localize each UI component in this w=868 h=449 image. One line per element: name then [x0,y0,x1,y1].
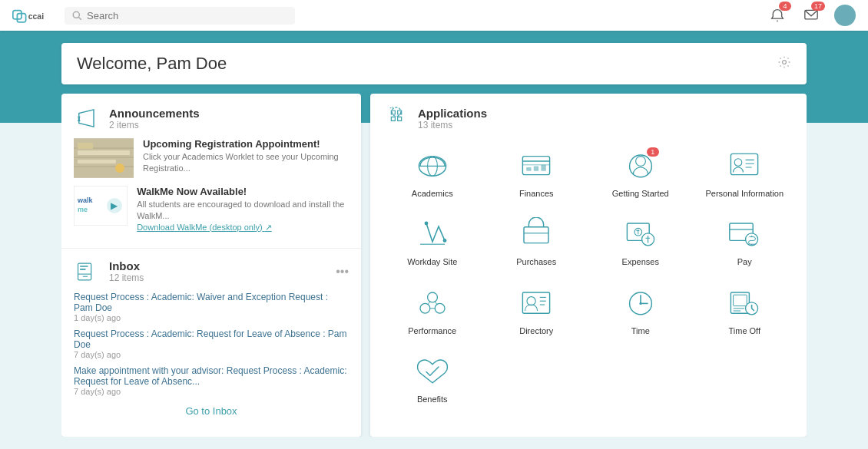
svg-marker-8 [79,110,94,127]
messages-button[interactable]: 17 [800,5,822,26]
goto-inbox-link[interactable]: Go to Inbox [185,405,237,417]
svg-point-47 [442,239,446,243]
app-time-off[interactable]: Time Off [695,280,795,341]
finances-label: Finances [519,188,554,199]
app-personal-information[interactable]: Personal Information [695,143,795,203]
inbox-item[interactable]: Request Process : Academic: Request for … [74,328,349,359]
navbar-icons: 4 17 [767,5,856,26]
applications-header: Applications 13 items [383,104,794,132]
pay-icon [724,216,764,253]
inbox-count: 12 items [109,272,144,283]
inbox-items: Request Process : Academic: Waiver and E… [74,292,349,396]
app-benefits[interactable]: Benefits [383,348,482,409]
inbox-menu-button[interactable]: ••• [336,265,349,279]
time-label: Time [631,325,650,336]
inbox-item-1-time: 1 day(s) ago [74,313,349,322]
directory-label: Directory [519,325,553,336]
academics-icon [412,147,452,184]
app-academics[interactable]: Academics [383,143,482,203]
announcements-section: Announcements 2 items [61,94,361,249]
avatar[interactable] [834,5,856,26]
svg-point-66 [527,296,535,305]
app-getting-started[interactable]: 1 Getting Started [591,143,691,203]
finances-icon [516,147,556,184]
svg-rect-27 [80,266,88,267]
svg-line-4 [79,17,81,19]
svg-rect-49 [524,227,548,243]
announcement-1-title: Upcoming Registration Appointment! [143,138,349,150]
svg-point-56 [746,233,758,246]
workday-site-label: Workday Site [407,256,457,267]
getting-started-badge: 1 [647,147,659,157]
svg-point-73 [639,302,641,304]
announcement-item[interactable]: Upcoming Registration Appointment! Click… [74,138,349,178]
inbox-item-3-title: Make appointment with your advisor: Requ… [74,365,349,387]
svg-point-61 [427,292,437,302]
svg-rect-65 [523,292,550,313]
search-input[interactable] [87,10,287,21]
app-purchases[interactable]: Purchases [487,211,587,272]
announcement-2-desc: All students are encouraged to download … [137,199,349,223]
left-panel: Announcements 2 items [61,94,361,437]
notifications-button[interactable]: 4 [767,5,788,26]
navbar: ccai 4 17 [0,0,868,31]
workday-site-icon [412,216,452,253]
app-workday-site[interactable]: Workday Site [383,211,482,272]
svg-text:walk: walk [77,196,94,204]
svg-line-62 [427,302,429,305]
walkme-link[interactable]: Download WalkMe (desktop only) ↗ [137,223,349,233]
expenses-label: Expenses [622,256,659,267]
svg-point-46 [424,222,428,226]
applications-count: 13 items [418,120,487,130]
announcement-thumb-2: walk me ▶ [74,186,128,226]
applications-grid: Academics Finances [383,143,794,409]
announcement-1-desc: Click your Academics Worklet to see your… [143,151,349,175]
svg-rect-36 [526,167,531,171]
svg-point-3 [73,12,79,18]
directory-icon [516,285,556,322]
announcements-title: Announcements [109,107,200,120]
getting-started-icon: 1 [621,147,661,184]
inbox-section: Inbox 12 items ••• Request Process : Aca… [61,249,361,437]
benefits-icon [412,353,452,390]
goto-inbox-section: Go to Inbox [74,404,349,418]
svg-line-63 [435,302,437,305]
inbox-item-2-time: 7 day(s) ago [74,350,349,359]
search-bar[interactable] [65,7,295,25]
settings-button[interactable] [777,55,791,72]
logo[interactable]: ccai [12,7,49,24]
time-icon [621,285,661,322]
performance-label: Performance [408,325,456,336]
inbox-header: Inbox 12 items ••• [74,258,349,286]
inbox-item[interactable]: Request Process : Academic: Waiver and E… [74,292,349,322]
announcements-count: 2 items [109,120,200,130]
external-link-icon: ↗ [265,223,272,232]
app-performance[interactable]: Performance [383,280,482,341]
content-row: Announcements 2 items [61,94,807,437]
app-expenses[interactable]: Expenses [591,211,691,272]
svg-rect-28 [80,269,86,270]
svg-point-19 [115,163,124,173]
app-finances[interactable]: Finances [487,143,587,203]
pay-label: Pay [737,256,752,267]
getting-started-label: Getting Started [612,188,669,199]
svg-rect-38 [542,165,546,171]
time-off-icon [724,285,764,322]
app-pay[interactable]: Pay [695,211,795,272]
announcement-item[interactable]: walk me ▶ WalkMe Now Available! All stud… [74,186,349,233]
benefits-label: Benefits [417,394,448,404]
app-directory[interactable]: Directory [487,280,587,341]
svg-point-29 [392,107,401,117]
svg-text:▶: ▶ [111,200,118,211]
inbox-item-2-title: Request Process : Academic: Request for … [74,328,349,350]
inbox-title: Inbox [109,259,144,272]
personal-information-icon [724,147,764,184]
applications-title: Applications [418,107,487,120]
app-time[interactable]: Time [591,280,691,341]
inbox-item-3-time: 7 day(s) ago [74,387,349,396]
purchases-icon [516,216,556,253]
inbox-icon [74,258,101,286]
svg-point-40 [635,157,645,167]
announcements-header: Announcements 2 items [74,104,349,132]
inbox-item[interactable]: Make appointment with your advisor: Requ… [74,365,349,396]
